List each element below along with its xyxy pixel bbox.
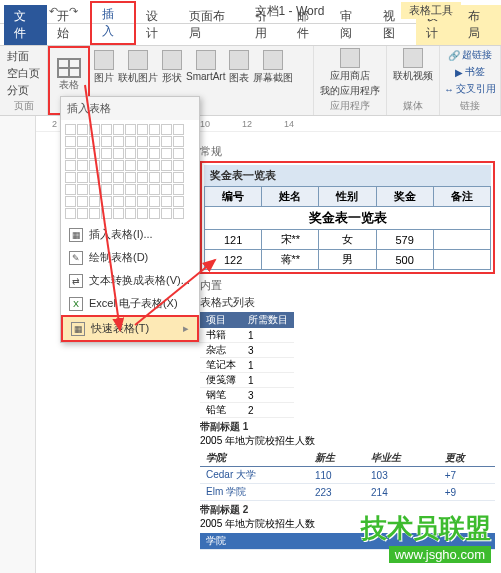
chart-icon: [229, 50, 249, 70]
list-item: 笔记本1: [200, 358, 294, 373]
excel-spreadsheet-item[interactable]: XExcel 电子表格(X): [61, 292, 199, 315]
dropdown-title: 插入表格: [61, 97, 199, 120]
table-dropdown-menu: 插入表格 ▦插入表格(I)... ✎绘制表格(D) ⇄文本转换成表格(V)...…: [60, 96, 200, 343]
submenu-arrow-icon: ▸: [183, 322, 189, 335]
subtitle1-label: 带副标题 1: [200, 420, 495, 434]
subtitle1-caption: 2005 年地方院校招生人数: [200, 434, 495, 448]
col-note: 备注: [433, 187, 490, 207]
draw-table-item[interactable]: ✎绘制表格(D): [61, 246, 199, 269]
grid-icon: ▦: [69, 228, 83, 242]
my-apps-button[interactable]: 我的应用程序: [320, 84, 380, 98]
sub-col-change: 更改: [439, 450, 495, 467]
subtitle1-table-preview[interactable]: 学院 新生 毕业生 更改 Cedar 大学110103+7Elm 学院22321…: [200, 450, 495, 501]
smartart-icon: [196, 50, 216, 70]
col-bonus: 奖金: [376, 187, 433, 207]
table-icon: [57, 58, 81, 78]
contextual-tab-label: 表格工具: [401, 2, 461, 19]
sub-col-grad: 毕业生: [365, 450, 439, 467]
table-row: 122蒋**男500: [205, 250, 491, 270]
quick-tables-gallery: 常规 奖金表一览表 奖金表一览表 编号 姓名 性别 奖金 备注 121宋**女5…: [200, 140, 495, 567]
group-label-links: 链接: [460, 99, 480, 113]
excel-icon: X: [69, 297, 83, 311]
cover-page-button[interactable]: 封面: [7, 48, 40, 65]
list-col-item: 项目: [200, 312, 242, 328]
navigation-pane: [0, 116, 36, 573]
group-label-apps: 应用程序: [330, 99, 370, 113]
tab-home[interactable]: 开始: [47, 5, 90, 45]
sub2-col-college: 学院: [200, 533, 339, 550]
list-item: 铅笔2: [200, 403, 294, 418]
chart-button[interactable]: 图表: [229, 50, 249, 85]
insert-table-item[interactable]: ▦插入表格(I)...: [61, 223, 199, 246]
online-picture-icon: [128, 50, 148, 70]
list-item: 书籍1: [200, 328, 294, 343]
award-table: 奖金表一览表 编号 姓名 性别 奖金 备注 121宋**女579122蒋**男5…: [204, 186, 491, 270]
list-item: 钢笔3: [200, 388, 294, 403]
convert-icon: ⇄: [69, 274, 83, 288]
list-table-caption: 表格式列表: [200, 295, 495, 310]
tab-table-layout[interactable]: 布局: [458, 5, 501, 45]
tab-review[interactable]: 审阅: [330, 5, 373, 45]
group-label-media: 媒体: [403, 99, 423, 113]
picture-button[interactable]: 图片: [94, 50, 114, 85]
gallery-section-common: 常规: [200, 144, 495, 159]
smartart-button[interactable]: SmartArt: [186, 50, 225, 85]
ribbon-group-media: 联机视频 媒体: [387, 46, 440, 115]
shapes-icon: [162, 50, 182, 70]
tab-references[interactable]: 引用: [245, 5, 288, 45]
bookmark-button[interactable]: ▶ 书签: [455, 65, 485, 79]
tab-page-layout[interactable]: 页面布局: [179, 5, 245, 45]
sub-col-college: 学院: [200, 450, 309, 467]
watermark-url: www.jsgho.com: [389, 546, 491, 563]
screenshot-button[interactable]: 屏幕截图: [253, 50, 293, 85]
ribbon-group-apps: 应用商店 我的应用程序 应用程序: [314, 46, 387, 115]
list-col-qty: 所需数目: [242, 312, 294, 328]
watermark-text: 技术员联盟: [361, 511, 491, 546]
video-icon: [403, 48, 423, 68]
ribbon-group-links: 🔗 超链接 ▶ 书签 ↔ 交叉引用 链接: [440, 46, 501, 115]
online-picture-button[interactable]: 联机图片: [118, 50, 158, 85]
tab-design[interactable]: 设计: [136, 5, 179, 45]
sub-col-new: 新生: [309, 450, 365, 467]
pencil-icon: ✎: [69, 251, 83, 265]
store-icon: [340, 48, 360, 68]
online-video-button[interactable]: 联机视频: [393, 48, 433, 83]
ribbon-tabs: 文件 开始 插入 设计 页面布局 引用 邮件 审阅 视图 设计 布局: [0, 24, 501, 46]
watermark: 技术员联盟 www.jsgho.com: [361, 511, 491, 563]
table-row: Elm 学院223214+9: [200, 484, 495, 501]
screenshot-icon: [263, 50, 283, 70]
crossref-button[interactable]: ↔ 交叉引用: [444, 82, 496, 96]
table-label: 表格: [59, 78, 79, 92]
ribbon-group-pages: 封面 空白页 分页 页面: [0, 46, 48, 115]
tab-insert[interactable]: 插入: [90, 1, 137, 45]
convert-text-item[interactable]: ⇄文本转换成表格(V)...: [61, 269, 199, 292]
table-row: 121宋**女579: [205, 230, 491, 250]
col-name: 姓名: [262, 187, 319, 207]
blank-page-button[interactable]: 空白页: [7, 65, 40, 82]
picture-icon: [94, 50, 114, 70]
list-item: 杂志3: [200, 343, 294, 358]
app-store-button[interactable]: 应用商店: [330, 48, 370, 83]
award-table-caption: 奖金表一览表: [204, 165, 491, 186]
tab-mailings[interactable]: 邮件: [287, 5, 330, 45]
group-label-pages: 页面: [14, 99, 34, 113]
award-table-preview[interactable]: 奖金表一览表 奖金表一览表 编号 姓名 性别 奖金 备注 121宋**女5791…: [200, 161, 495, 274]
list-table-preview[interactable]: 项目 所需数目 书籍1杂志3笔记本1便笺簿1钢笔3铅笔2: [200, 312, 294, 418]
page-break-button[interactable]: 分页: [7, 82, 40, 99]
shapes-button[interactable]: 形状: [162, 50, 182, 85]
tab-file[interactable]: 文件: [4, 5, 47, 45]
col-id: 编号: [205, 187, 262, 207]
quick-tables-item[interactable]: ▦快速表格(T)▸: [61, 315, 199, 342]
award-table-title: 奖金表一览表: [205, 207, 491, 230]
quick-table-icon: ▦: [71, 322, 85, 336]
table-row: Cedar 大学110103+7: [200, 467, 495, 484]
list-item: 便笺簿1: [200, 373, 294, 388]
table-grid-picker[interactable]: [61, 120, 199, 223]
gallery-section-builtin: 内置: [200, 278, 495, 293]
hyperlink-button[interactable]: 🔗 超链接: [448, 48, 492, 62]
col-gender: 性别: [319, 187, 376, 207]
